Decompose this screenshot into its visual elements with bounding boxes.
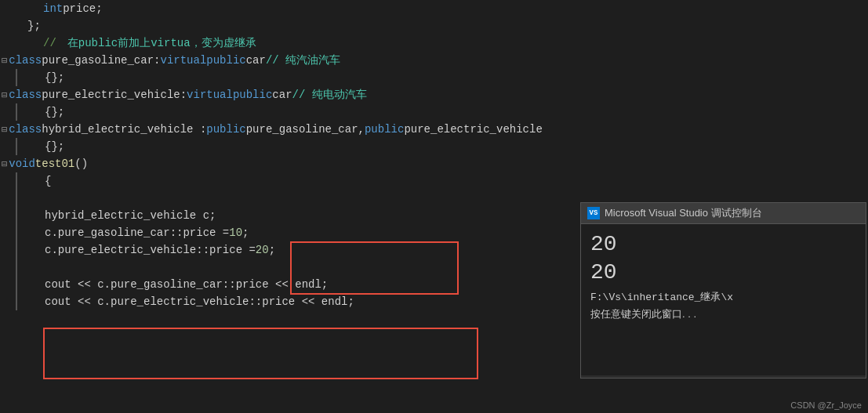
collapse-btn-10[interactable]: ⊟ xyxy=(2,158,7,170)
code-line-1: int price; xyxy=(0,0,868,17)
code-line-11: { xyxy=(16,172,868,190)
collapse-btn-6[interactable]: ⊟ xyxy=(2,89,7,101)
code-editor: int price; }; // 在public前加上virtua，变为虚继承 … xyxy=(0,0,868,413)
debug-title-bar: VS Microsoft Visual Studio 调试控制台 xyxy=(581,203,866,224)
code-line-2: }; xyxy=(0,17,868,34)
collapse-btn-4[interactable]: ⊟ xyxy=(2,55,7,67)
debug-output-line1: 20 xyxy=(590,230,856,259)
collapse-btn-8[interactable]: ⊟ xyxy=(2,124,7,136)
debug-title-text: Microsoft Visual Studio 调试控制台 xyxy=(605,206,762,220)
code-line-9: {}; xyxy=(16,138,868,155)
debug-console: VS Microsoft Visual Studio 调试控制台 20 20 F… xyxy=(580,202,866,379)
highlight-box-cout xyxy=(43,328,478,379)
debug-output: 20 20 F:\Vs\inheritance_继承\x 按任意键关闭此窗口. … xyxy=(581,224,866,375)
code-line-3: // 在public前加上virtua，变为虚继承 xyxy=(0,34,868,52)
csdn-watermark: CSDN @Zr_Joyce xyxy=(790,400,862,410)
code-line-7: {}; xyxy=(16,103,868,121)
code-line-6: ⊟ class pure_electric_vehicle: virtual p… xyxy=(0,86,868,103)
code-line-4: ⊟ class pure_gasoline_car: virtual publi… xyxy=(0,52,868,69)
debug-path: F:\Vs\inheritance_继承\x xyxy=(590,290,856,304)
code-line-5: {}; xyxy=(16,69,868,86)
code-line-8: ⊟ class hybrid_electric_vehicle : public… xyxy=(0,121,868,138)
code-line-10: ⊟ void test01 () xyxy=(0,155,868,172)
debug-output-line2: 20 xyxy=(590,259,856,287)
status-bar: CSDN @Zr_Joyce xyxy=(711,397,868,413)
debug-prompt: 按任意键关闭此窗口. . . xyxy=(590,307,856,321)
vs-icon: VS xyxy=(587,207,600,219)
